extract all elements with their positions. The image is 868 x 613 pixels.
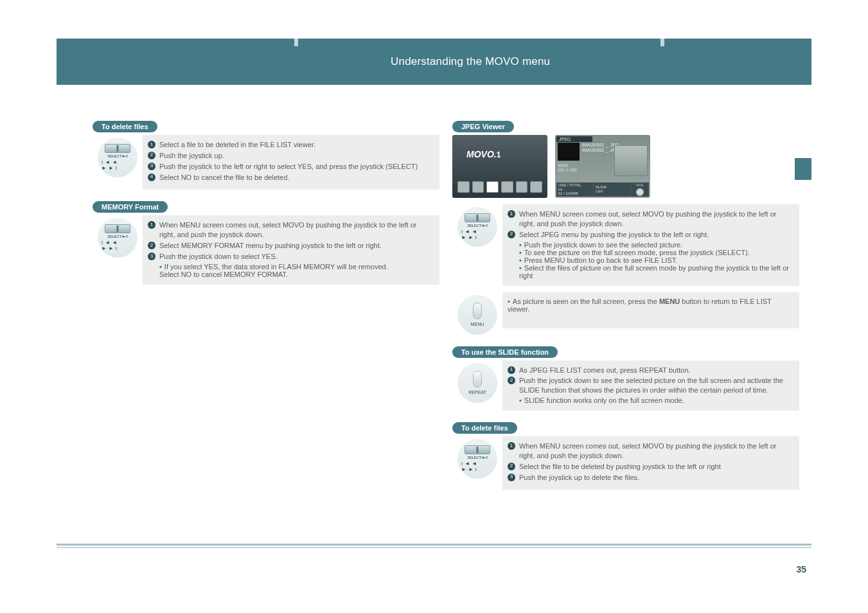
section-pill-delete-files: To delete files bbox=[93, 121, 157, 132]
screenshots-row: MOVO.1 JPEG IMAGE001 _ .JPG IMAGE002 _ .… bbox=[452, 135, 799, 198]
content: To delete files SELECT/►II I◄◄ ►►I 1Sele… bbox=[57, 121, 811, 562]
section-pill-slide-function: To use the SLIDE function bbox=[452, 346, 558, 358]
repeat-button-icon: REPEAT bbox=[457, 363, 497, 403]
movo-icon-row bbox=[457, 181, 542, 193]
block-jpeg-viewer: SELECT/►II I◄◄ ►►I 1When MENU screen com… bbox=[452, 204, 799, 286]
list-item: 2Push the joystick up. bbox=[148, 151, 433, 161]
page-banner: Understanding the MOVO menu bbox=[57, 39, 811, 85]
block-memory-format: SELECT/►II I◄◄ ►►I 1When MENU screen com… bbox=[93, 215, 439, 284]
footer-rule-icon bbox=[57, 544, 811, 549]
left-column: To delete files SELECT/►II I◄◄ ►►I 1Sele… bbox=[93, 121, 439, 285]
instruction-box: 1When MENU screen comes out, select MOVO… bbox=[502, 204, 799, 286]
note-text: Select NO to cancel MEMORY FORMAT. bbox=[148, 271, 433, 278]
block-delete-files: SELECT/►II I◄◄ ►►I 1Select a file to be … bbox=[93, 135, 439, 190]
instruction-box: 1Select a file to be deleted in the FILE… bbox=[143, 135, 439, 190]
block-delete-files-right: SELECT/►II I◄◄ ►►I 1When MENU screen com… bbox=[452, 436, 799, 490]
section-pill-memory-format: MEMORY Format bbox=[93, 201, 168, 213]
banner-accent-icon bbox=[294, 39, 298, 46]
jpeg-header: JPEG bbox=[556, 136, 592, 142]
list-item: 4Select NO to cancel the file to be dele… bbox=[148, 173, 433, 182]
list-item: 2Select MEMORY FORMAT menu by pushing jo… bbox=[148, 241, 433, 251]
joystick-icon-pad: SELECT/►II I◄◄ ►►I bbox=[93, 135, 143, 177]
banner-accent-icon bbox=[660, 39, 664, 46]
joystick-icon-pad: SELECT/►II I◄◄ ►►I bbox=[452, 204, 502, 247]
list-item: 2Select JPEG menu by pushing the joystic… bbox=[508, 230, 793, 240]
repeat-button-icon-pad: REPEAT bbox=[452, 360, 502, 403]
block-slide-function: REPEAT 1As JPEG FILE LIST comes out, pre… bbox=[452, 360, 799, 411]
instruction-box: 1When MENU screen comes out, select MOVO… bbox=[502, 436, 799, 490]
jpeg-preview-image bbox=[614, 145, 648, 176]
list-item: 1When MENU screen comes out, select MOVO… bbox=[148, 220, 433, 240]
jpeg-bottom-bar: USE / TOTAL IN 61 / 124MB SLIDE OFF VOL bbox=[556, 182, 649, 197]
instruction-box: •As picture is seen on the full screen, … bbox=[502, 292, 799, 328]
bullet-text: •SLIDE function works only on the full s… bbox=[508, 396, 793, 404]
joystick-icon-pad: SELECT/►II I◄◄ ►►I bbox=[93, 215, 143, 258]
volume-knob-icon bbox=[636, 188, 644, 196]
list-item: 1Select a file to be deleted in the FILE… bbox=[148, 140, 433, 150]
list-item: 3Push the joystick up to delete the file… bbox=[508, 473, 793, 483]
jpeg-file-meta: 36KB 640 X 480 bbox=[558, 163, 577, 172]
list-item: 1As JPEG FILE LIST comes out, press REPE… bbox=[508, 366, 793, 375]
right-column: JPEG Viewer MOVO.1 JPEG IMAGE001 _ .JPG … bbox=[452, 121, 799, 490]
bullet-text: •Press MENU button to go back to see FIL… bbox=[508, 256, 793, 264]
list-item: 2Push the joystick down to see the selec… bbox=[508, 376, 793, 395]
section-pill-delete-files-right: To delete files bbox=[452, 422, 517, 434]
page: Understanding the MOVO menu To delete fi… bbox=[0, 0, 868, 613]
joystick-select-icon: SELECT/►II I◄◄ ►►I bbox=[457, 207, 497, 247]
menu-button-icon: MENU bbox=[457, 295, 497, 335]
bullet-text: •Select the files of picture on the full… bbox=[508, 264, 793, 280]
instruction-box: 1When MENU screen comes out, select MOVO… bbox=[143, 215, 439, 284]
jpeg-thumbnail-icon bbox=[558, 143, 580, 161]
joystick-select-icon: SELECT/►II I◄◄ ►►I bbox=[98, 218, 137, 258]
screenshot-movo-menu: MOVO.1 bbox=[452, 135, 547, 198]
joystick-icon-pad: SELECT/►II I◄◄ ►►I bbox=[452, 436, 502, 479]
bullet-text: •Push the joystick down to see the selec… bbox=[508, 241, 793, 249]
bullet-text: •To see the picture on the full screen m… bbox=[508, 249, 793, 256]
block-menu-note: MENU •As picture is seen on the full scr… bbox=[452, 292, 799, 335]
joystick-select-icon: SELECT/►II I◄◄ ►►I bbox=[457, 439, 497, 479]
menu-button-icon-pad: MENU bbox=[452, 292, 502, 335]
joystick-select-icon: SELECT/►II I◄◄ ►►I bbox=[98, 138, 137, 177]
instruction-box: 1As JPEG FILE LIST comes out, press REPE… bbox=[502, 360, 799, 411]
page-title: Understanding the MOVO menu bbox=[57, 39, 811, 85]
list-item: 1When MENU screen comes out, select MOVO… bbox=[508, 441, 793, 461]
list-item: 3Push the joystick to the left or right … bbox=[148, 162, 433, 172]
section-pill-jpeg-viewer: JPEG Viewer bbox=[452, 121, 514, 132]
page-number: 35 bbox=[796, 564, 806, 574]
list-item: 1When MENU screen comes out, select MOVO… bbox=[508, 209, 793, 229]
note-text: •If you select YES, the data stored in F… bbox=[148, 263, 433, 271]
list-item: 2Select the file to be deleted by pushin… bbox=[508, 462, 793, 472]
jpeg-file-list: IMAGE001 _ .JPG IMAGE002 _ .JPG bbox=[582, 143, 619, 154]
screenshot-jpeg-viewer: JPEG IMAGE001 _ .JPG IMAGE002 _ .JPG 36K… bbox=[555, 135, 650, 198]
list-item: 3Push the joystick down to select YES. bbox=[148, 252, 433, 262]
